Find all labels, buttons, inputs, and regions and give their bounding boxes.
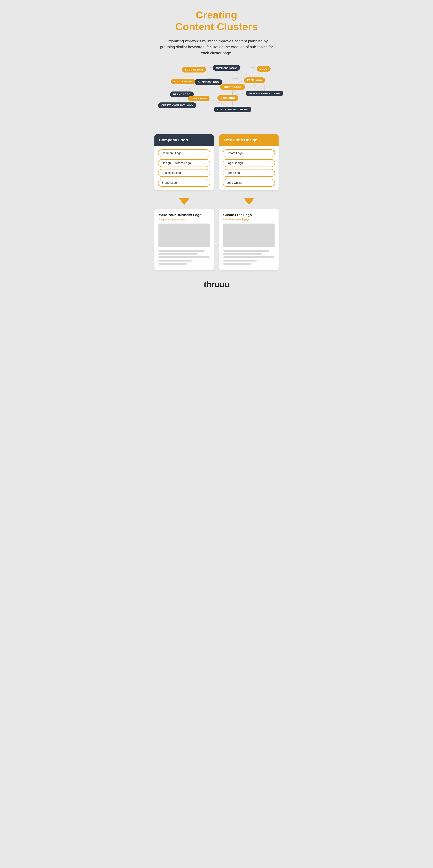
cluster-item: Design Business Logo xyxy=(158,159,210,167)
page-title: Creating Content Clusters xyxy=(155,9,278,33)
subcard-business-logo: Make Your Business Logo /the-pillar-page… xyxy=(155,209,214,270)
subcard-image xyxy=(223,223,274,247)
keyword-tag-create-logo: CREATE LOGO xyxy=(220,84,245,90)
keyword-tag-logo-design: LOGO DESIGN xyxy=(182,67,206,72)
subcard-line xyxy=(159,250,205,252)
keyword-cloud: LOGO DESIGNCOMPANY LOGOLOGOLOGO ONLINEBU… xyxy=(155,65,278,127)
subcard-url: /the-pillar-page/sub-page xyxy=(223,218,274,221)
brand-footer: thruuu xyxy=(155,279,278,289)
keyword-tag-logo-company-design: LOGO COMPANY DESIGN xyxy=(214,107,252,112)
cluster-item: Company Logo xyxy=(158,149,210,157)
keyword-tag-business-logo: BUSINESS LOGO xyxy=(195,79,222,85)
free-logo-header: Free Logo Design xyxy=(219,134,278,146)
subcard-line xyxy=(159,263,187,265)
keyword-tag-logo: LOGO xyxy=(257,66,270,71)
subcard-line xyxy=(223,256,274,258)
page-subtitle: Organizing keywords by intent improves c… xyxy=(160,38,273,56)
company-logo-items: Company Logo Design Business Logo Busine… xyxy=(155,146,214,190)
keyword-tag-logo-online: LOGO ONLINE xyxy=(171,79,195,84)
subcards-row: Make Your Business Logo /the-pillar-page… xyxy=(155,209,278,270)
company-logo-header: Company Logo xyxy=(155,134,214,146)
clusters-row: Company Logo Company Logo Design Busines… xyxy=(155,134,278,190)
keyword-tag-free-logo: FREE LOGO xyxy=(244,78,265,83)
cluster-item: Brand Logo xyxy=(158,179,210,187)
cluster-item: Free Logo xyxy=(223,169,275,177)
subcard-title: Create Free Logo xyxy=(223,213,274,217)
company-logo-cluster: Company Logo Company Logo Design Busines… xyxy=(155,134,214,190)
page-wrapper: Creating Content Clusters Organizing key… xyxy=(147,0,286,868)
cluster-item: Business Logo xyxy=(158,169,210,177)
subcard-line xyxy=(223,250,269,252)
keyword-tag-design-company-logo: DESIGN COMPANY LOGO xyxy=(246,91,283,96)
cluster-item: Logo Design xyxy=(223,159,275,167)
arrow-right xyxy=(219,197,278,205)
free-logo-items: Create Logo Logo Design Free Logo Logo O… xyxy=(219,146,278,190)
cluster-item: Logo Online xyxy=(223,179,275,187)
free-logo-cluster: Free Logo Design Create Logo Logo Design… xyxy=(219,134,278,190)
subcard-line xyxy=(223,260,257,261)
down-arrow-right xyxy=(243,197,255,205)
subcard-image xyxy=(159,223,210,247)
subcard-line xyxy=(159,253,197,255)
subcard-line xyxy=(159,260,192,261)
down-arrow-left xyxy=(178,197,190,205)
arrows-row xyxy=(155,197,278,205)
arrow-left xyxy=(155,197,214,205)
subcard-url: /the-pillar-page/sub-page xyxy=(159,218,210,221)
cluster-item: Create Logo xyxy=(223,149,275,157)
subcard-free-logo: Create Free Logo /the-pillar-page/sub-pa… xyxy=(219,209,278,270)
keyword-tag-own-logo: OWN LOGO xyxy=(218,95,238,101)
subcard-line xyxy=(223,263,252,265)
keyword-tag-create-company-logo: CREATE COMPANY LOGO xyxy=(158,102,196,108)
subcard-line xyxy=(159,256,210,258)
subcard-line xyxy=(223,253,262,255)
subcard-title: Make Your Business Logo xyxy=(159,213,210,217)
keyword-tag-logo-free: LOGO FREE xyxy=(188,96,209,101)
keyword-tag-company-logo: COMPANY LOGO xyxy=(213,65,240,71)
